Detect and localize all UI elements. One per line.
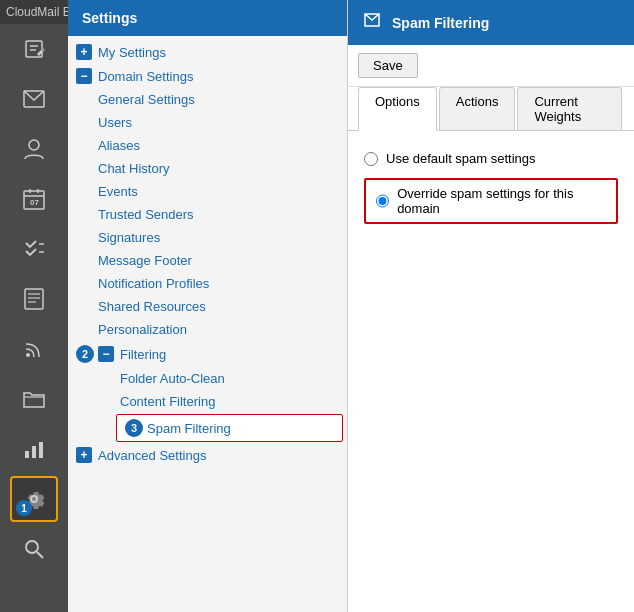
svg-text:07: 07 xyxy=(30,198,39,207)
my-settings-label: My Settings xyxy=(98,45,166,60)
save-button[interactable]: Save xyxy=(358,53,418,78)
svg-rect-19 xyxy=(39,442,43,458)
svg-rect-17 xyxy=(25,451,29,458)
advanced-settings-item[interactable]: + Advanced Settings xyxy=(68,443,347,467)
main-header-title: Spam Filtering xyxy=(392,15,489,31)
tab-options[interactable]: Options xyxy=(358,87,437,131)
domain-settings-expand[interactable]: − xyxy=(76,68,92,84)
notes-button[interactable] xyxy=(10,276,58,322)
trusted-senders-item[interactable]: Trusted Senders xyxy=(68,203,347,226)
tab-actions[interactable]: Actions xyxy=(439,87,516,130)
search-button[interactable] xyxy=(10,526,58,572)
general-settings-label: General Settings xyxy=(98,92,195,107)
general-settings-item[interactable]: General Settings xyxy=(68,88,347,111)
folders-button[interactable] xyxy=(10,376,58,422)
trusted-senders-label: Trusted Senders xyxy=(98,207,194,222)
message-footer-label: Message Footer xyxy=(98,253,192,268)
users-item[interactable]: Users xyxy=(68,111,347,134)
svg-line-21 xyxy=(37,552,43,558)
events-item[interactable]: Events xyxy=(68,180,347,203)
shared-resources-label: Shared Resources xyxy=(98,299,206,314)
events-label: Events xyxy=(98,184,138,199)
chat-history-label: Chat History xyxy=(98,161,170,176)
my-settings-expand[interactable]: + xyxy=(76,44,92,60)
tab-current-weights[interactable]: Current Weights xyxy=(517,87,622,130)
svg-rect-18 xyxy=(32,446,36,458)
radio-use-default-input[interactable] xyxy=(364,152,378,166)
signatures-item[interactable]: Signatures xyxy=(68,226,347,249)
stats-button[interactable] xyxy=(10,426,58,472)
radio-override-label: Override spam settings for this domain xyxy=(397,186,606,216)
tasks-button[interactable] xyxy=(10,226,58,272)
notification-profiles-label: Notification Profiles xyxy=(98,276,209,291)
toolbar: Save xyxy=(348,45,634,87)
radio-use-default[interactable]: Use default spam settings xyxy=(364,151,618,166)
app-title: CloudMail Enterprise 11.7 xyxy=(0,0,68,24)
content-filtering-label: Content Filtering xyxy=(120,394,215,409)
aliases-label: Aliases xyxy=(98,138,140,153)
personalization-label: Personalization xyxy=(98,322,187,337)
users-label: Users xyxy=(98,115,132,130)
radio-use-default-label: Use default spam settings xyxy=(386,151,536,166)
aliases-item[interactable]: Aliases xyxy=(68,134,347,157)
svg-point-20 xyxy=(26,541,38,553)
message-footer-item[interactable]: Message Footer xyxy=(68,249,347,272)
my-settings-item[interactable]: + My Settings xyxy=(68,40,347,64)
main-content: Spam Filtering Save Options Actions Curr… xyxy=(348,0,634,612)
filtering-badge: 2 xyxy=(76,345,94,363)
mail-button[interactable] xyxy=(10,76,58,122)
tabs-row: Options Actions Current Weights xyxy=(348,87,634,131)
spam-filtering-item[interactable]: 3 Spam Filtering xyxy=(116,414,343,442)
settings-panel: Settings + My Settings − Domain Settings… xyxy=(68,0,348,612)
rss-button[interactable] xyxy=(10,326,58,372)
domain-settings-item[interactable]: − Domain Settings xyxy=(68,64,347,88)
filtering-label: Filtering xyxy=(120,347,166,362)
settings-button[interactable]: 1 xyxy=(10,476,58,522)
chat-history-item[interactable]: Chat History xyxy=(68,157,347,180)
filtering-item[interactable]: 2 − Filtering xyxy=(68,341,347,367)
icon-bar: CloudMail Enterprise 11.7 xyxy=(0,0,68,612)
personalization-item[interactable]: Personalization xyxy=(68,318,347,341)
signatures-label: Signatures xyxy=(98,230,160,245)
domain-settings-label: Domain Settings xyxy=(98,69,193,84)
settings-panel-header: Settings xyxy=(68,0,347,36)
filtering-expand[interactable]: − xyxy=(98,346,114,362)
notification-profiles-item[interactable]: Notification Profiles xyxy=(68,272,347,295)
svg-rect-12 xyxy=(25,289,43,309)
main-header-icon xyxy=(362,10,382,35)
spam-filtering-label: Spam Filtering xyxy=(147,421,231,436)
compose-button[interactable] xyxy=(10,26,58,72)
content-filtering-item[interactable]: Content Filtering xyxy=(68,390,347,413)
settings-badge: 1 xyxy=(16,500,32,516)
svg-point-16 xyxy=(26,353,30,357)
folder-autoclean-label: Folder Auto-Clean xyxy=(120,371,225,386)
radio-override-input[interactable] xyxy=(376,194,389,208)
folder-autoclean-item[interactable]: Folder Auto-Clean xyxy=(68,367,347,390)
radio-override-box[interactable]: Override spam settings for this domain xyxy=(364,178,618,224)
shared-resources-item[interactable]: Shared Resources xyxy=(68,295,347,318)
main-header: Spam Filtering xyxy=(348,0,634,45)
options-content: Use default spam settings Override spam … xyxy=(348,131,634,256)
calendar-button[interactable]: 07 xyxy=(10,176,58,222)
advanced-settings-expand[interactable]: + xyxy=(76,447,92,463)
spam-filtering-badge: 3 xyxy=(125,419,143,437)
advanced-settings-label: Advanced Settings xyxy=(98,448,206,463)
settings-tree: + My Settings − Domain Settings General … xyxy=(68,36,347,612)
svg-point-4 xyxy=(29,140,39,150)
contacts-button[interactable] xyxy=(10,126,58,172)
